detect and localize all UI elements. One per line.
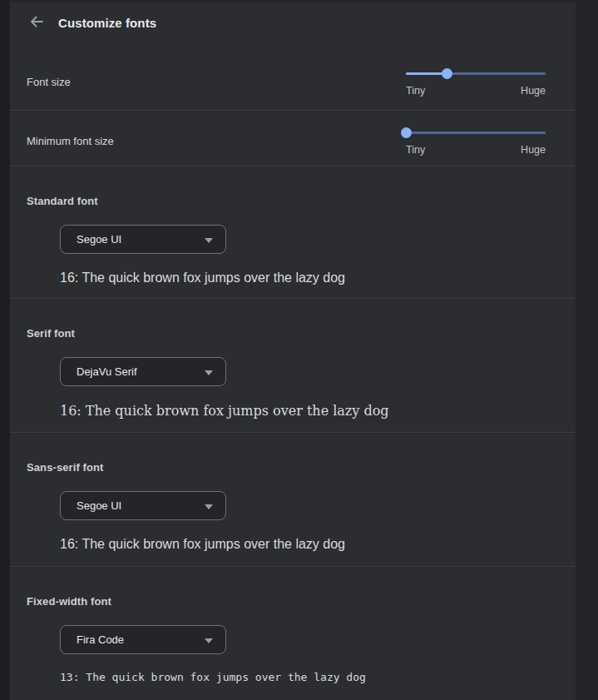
- slider-track[interactable]: [406, 132, 546, 134]
- huge-label: Huge: [521, 85, 546, 97]
- minimum-font-size-label: Minimum font size: [27, 135, 114, 147]
- standard-font-select[interactable]: Segoe UI: [60, 225, 226, 254]
- standard-font-label: Standard font: [27, 195, 576, 207]
- page-title: Customize fonts: [58, 16, 156, 30]
- serif-font-section: Serif font DejaVu Serif 16: The quick br…: [10, 299, 576, 433]
- sans-serif-font-preview: 16: The quick brown fox jumps over the l…: [60, 537, 576, 552]
- slider-thumb[interactable]: [442, 68, 452, 79]
- arrow-left-icon: [29, 14, 44, 32]
- fixed-width-font-section: Fixed-width font Fira Code 13: The quick…: [10, 567, 576, 700]
- selected-font-value: Segoe UI: [61, 499, 121, 512]
- settings-card: Customize fonts Font size Tiny Huge Mini…: [10, 2, 576, 700]
- font-size-label: Font size: [27, 76, 71, 88]
- font-size-slider[interactable]: [406, 67, 546, 79]
- slider-minmax-labels: Tiny Huge: [406, 85, 546, 97]
- serif-font-label: Serif font: [27, 327, 576, 340]
- standard-font-preview: 16: The quick brown fox jumps over the l…: [60, 271, 576, 285]
- page-left-gutter: [0, 0, 10, 700]
- tiny-label: Tiny: [406, 144, 425, 156]
- font-size-slider-group: Tiny Huge: [406, 67, 546, 97]
- sans-serif-font-select[interactable]: Segoe UI: [60, 491, 226, 520]
- selected-font-value: Segoe UI: [61, 233, 121, 246]
- minimum-font-size-slider-group: Tiny Huge: [406, 127, 546, 156]
- sans-serif-font-section: Sans-serif font Segoe UI 16: The quick b…: [10, 433, 576, 567]
- caret-down-icon: [205, 638, 213, 643]
- caret-down-icon: [205, 504, 213, 509]
- serif-font-preview: 16: The quick brown fox jumps over the l…: [60, 403, 576, 419]
- slider-thumb[interactable]: [401, 127, 412, 138]
- caret-down-icon: [205, 238, 213, 243]
- serif-font-select[interactable]: DejaVu Serif: [60, 357, 226, 386]
- tiny-label: Tiny: [406, 85, 425, 97]
- slider-fill: [406, 72, 447, 75]
- customize-fonts-page: Customize fonts Font size Tiny Huge Mini…: [0, 0, 598, 700]
- font-size-row: Font size Tiny Huge: [10, 42, 576, 111]
- fixed-width-font-label: Fixed-width font: [27, 595, 576, 608]
- minimum-font-size-slider[interactable]: [406, 127, 546, 138]
- fixed-width-font-preview: 13: The quick brown fox jumps over the l…: [60, 671, 576, 683]
- minimum-font-size-row: Minimum font size Tiny Huge: [10, 111, 576, 166]
- caret-down-icon: [205, 370, 213, 375]
- fixed-width-font-select[interactable]: Fira Code: [60, 625, 226, 654]
- selected-font-value: Fira Code: [61, 633, 124, 646]
- selected-font-value: DejaVu Serif: [61, 365, 137, 378]
- huge-label: Huge: [521, 144, 546, 156]
- slider-minmax-labels: Tiny Huge: [406, 144, 546, 156]
- sans-serif-font-label: Sans-serif font: [27, 461, 576, 474]
- back-button[interactable]: [26, 12, 47, 33]
- page-header: Customize fonts: [10, 2, 576, 42]
- standard-font-section: Standard font Segoe UI 16: The quick bro…: [10, 166, 576, 299]
